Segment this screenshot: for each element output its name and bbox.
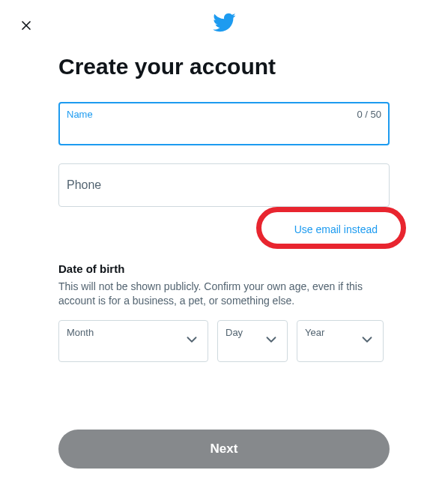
name-char-counter: 0 / 50 <box>357 109 381 120</box>
close-button[interactable] <box>13 13 39 39</box>
day-select[interactable]: Day <box>217 320 288 362</box>
name-input[interactable] <box>67 121 381 134</box>
month-select[interactable]: Month <box>58 320 208 362</box>
twitter-logo-icon <box>212 10 236 37</box>
chevron-down-icon <box>359 331 375 351</box>
close-icon <box>19 18 34 35</box>
use-email-instead-link[interactable]: Use email instead <box>282 217 390 241</box>
signup-form: Create your account Name 0 / 50 Phone Us… <box>0 0 448 362</box>
year-select[interactable]: Year <box>297 320 384 362</box>
name-label: Name <box>67 109 381 121</box>
chevron-down-icon <box>184 331 200 351</box>
next-button[interactable]: Next <box>58 430 390 469</box>
page-title: Create your account <box>58 54 390 79</box>
dob-hint-text: This will not be shown publicly. Confirm… <box>58 280 390 308</box>
chevron-down-icon <box>263 331 279 351</box>
phone-label: Phone <box>67 170 381 200</box>
dob-selectors: Month Day Year <box>58 320 390 362</box>
phone-field[interactable]: Phone <box>58 163 390 207</box>
dob-section-label: Date of birth <box>58 262 390 275</box>
name-field[interactable]: Name 0 / 50 <box>58 102 390 145</box>
month-label: Month <box>67 327 200 338</box>
